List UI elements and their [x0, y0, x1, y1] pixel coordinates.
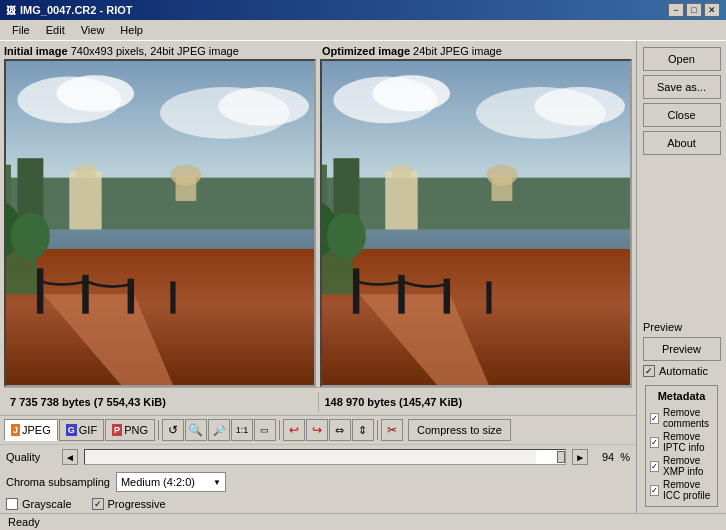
toolbar-sep-3	[377, 420, 378, 440]
automatic-option[interactable]: ✓ Automatic	[641, 365, 708, 377]
menu-view[interactable]: View	[73, 22, 113, 38]
initial-image-info: 740x493 pixels, 24bit JPEG image	[71, 45, 239, 57]
format-tab-jpeg[interactable]: J JPEG	[4, 419, 58, 441]
remove-iptc-label: Remove IPTC info	[663, 431, 713, 453]
title-bar-text: 🖼 IMG_0047.CR2 - RIOT	[6, 4, 132, 16]
remove-xmp-checkbox[interactable]: ✓	[650, 461, 659, 472]
optimized-file-size: 148 970 bytes (145,47 KiB)	[319, 392, 633, 412]
minimize-button[interactable]: −	[668, 3, 684, 17]
remove-iptc-checkbox[interactable]: ✓	[650, 437, 659, 448]
grayscale-checkbox[interactable]	[6, 498, 18, 510]
png-icon: P	[112, 424, 122, 436]
title-bar: 🖼 IMG_0047.CR2 - RIOT − □ ✕	[0, 0, 726, 20]
toolbar-sep-1	[158, 420, 159, 440]
right-sidebar: Open Save as... Close About Preview Prev…	[636, 41, 726, 513]
quality-label: Quality	[6, 451, 56, 463]
format-tab-gif[interactable]: G GIF	[59, 419, 104, 441]
maximize-button[interactable]: □	[686, 3, 702, 17]
automatic-checkbox[interactable]: ✓	[643, 365, 655, 377]
svg-point-2	[56, 75, 134, 111]
svg-rect-31	[392, 165, 411, 178]
format-tab-png[interactable]: P PNG	[105, 419, 155, 441]
svg-rect-14	[37, 268, 43, 313]
title-bar-controls: − □ ✕	[668, 3, 720, 17]
remove-xmp-option[interactable]: ✓ Remove XMP info	[650, 454, 713, 478]
metadata-section: Metadata ✓ Remove comments ✓ Remove IPTC…	[645, 385, 718, 507]
remove-icc-label: Remove ICC profile	[663, 479, 713, 501]
initial-image-label: Initial image	[4, 45, 68, 57]
svg-point-4	[218, 87, 309, 126]
svg-rect-9	[76, 165, 95, 178]
about-button[interactable]: About	[643, 131, 721, 155]
close-button[interactable]: ✕	[704, 3, 720, 17]
fit-button[interactable]: ▭	[254, 419, 276, 441]
compress-to-size-button[interactable]: Compress to size	[408, 419, 511, 441]
remove-comments-label: Remove comments	[663, 407, 713, 429]
close-image-button[interactable]: Close	[643, 103, 721, 127]
svg-rect-11	[176, 175, 197, 201]
quality-percent: %	[620, 451, 630, 463]
svg-point-26	[534, 87, 625, 126]
preview-section: Preview Preview ✓ Automatic	[641, 321, 722, 377]
svg-point-24	[372, 75, 450, 111]
progressive-option[interactable]: ✓ Progressive	[92, 498, 166, 510]
app-icon: 🖼	[6, 5, 16, 16]
undo-button[interactable]: ↩	[283, 419, 305, 441]
svg-point-43	[327, 213, 366, 260]
quality-increase-button[interactable]: ►	[572, 449, 588, 465]
chroma-value: Medium (4:2:0)	[121, 476, 195, 488]
rotate-left-button[interactable]: ↺	[162, 419, 184, 441]
status-bar: Ready	[0, 513, 726, 530]
grayscale-label: Grayscale	[22, 498, 72, 510]
svg-rect-39	[486, 281, 491, 313]
remove-comments-option[interactable]: ✓ Remove comments	[650, 406, 713, 430]
open-button[interactable]: Open	[643, 47, 721, 71]
svg-rect-36	[353, 268, 359, 313]
toolbar-sep-2	[279, 420, 280, 440]
chroma-label: Chroma subsampling	[6, 476, 110, 488]
grayscale-option[interactable]: Grayscale	[6, 498, 72, 510]
status-text: Ready	[8, 516, 40, 528]
remove-comments-checkbox[interactable]: ✓	[650, 413, 659, 424]
quality-slider-track[interactable]	[84, 449, 566, 465]
svg-rect-17	[170, 281, 175, 313]
preview-button[interactable]: Preview	[643, 337, 721, 361]
optimized-image-label: Optimized image	[322, 45, 410, 57]
jpeg-icon: J	[11, 424, 20, 436]
flip-h-button[interactable]: ⇔	[329, 419, 351, 441]
metadata-title: Metadata	[650, 390, 713, 402]
initial-image-frame	[4, 59, 316, 387]
menu-file[interactable]: File	[4, 22, 38, 38]
optimized-image-frame	[320, 59, 632, 387]
quality-slider-handle[interactable]	[557, 451, 565, 463]
automatic-label: Automatic	[659, 365, 708, 377]
zoom-out-button[interactable]: 🔎	[208, 419, 230, 441]
quality-decrease-button[interactable]: ◄	[62, 449, 78, 465]
remove-xmp-label: Remove XMP info	[663, 455, 713, 477]
window-title: IMG_0047.CR2 - RIOT	[20, 4, 132, 16]
menu-help[interactable]: Help	[112, 22, 151, 38]
remove-icc-option[interactable]: ✓ Remove ICC profile	[650, 478, 713, 502]
progressive-label: Progressive	[108, 498, 166, 510]
flip-v-button[interactable]: ⇕	[352, 419, 374, 441]
remove-icc-checkbox[interactable]: ✓	[650, 485, 659, 496]
optimized-image-info: 24bit JPEG image	[413, 45, 502, 57]
svg-rect-33	[492, 175, 513, 201]
save-as-button[interactable]: Save as...	[643, 75, 721, 99]
redo-button[interactable]: ↪	[306, 419, 328, 441]
crop-button[interactable]: ✂	[381, 419, 403, 441]
svg-point-21	[11, 213, 50, 260]
remove-iptc-option[interactable]: ✓ Remove IPTC info	[650, 430, 713, 454]
1to1-button[interactable]: 1:1	[231, 419, 253, 441]
quality-value: 94	[594, 451, 614, 463]
zoom-button[interactable]: 🔍	[185, 419, 207, 441]
gif-icon: G	[66, 424, 77, 436]
dropdown-arrow-icon: ▼	[213, 478, 221, 487]
progressive-checkbox[interactable]: ✓	[92, 498, 104, 510]
menu-bar: File Edit View Help	[0, 20, 726, 41]
chroma-dropdown[interactable]: Medium (4:2:0) ▼	[116, 472, 226, 492]
preview-label: Preview	[641, 321, 682, 333]
menu-edit[interactable]: Edit	[38, 22, 73, 38]
original-file-size: 7 735 738 bytes (7 554,43 KiB)	[4, 392, 319, 412]
